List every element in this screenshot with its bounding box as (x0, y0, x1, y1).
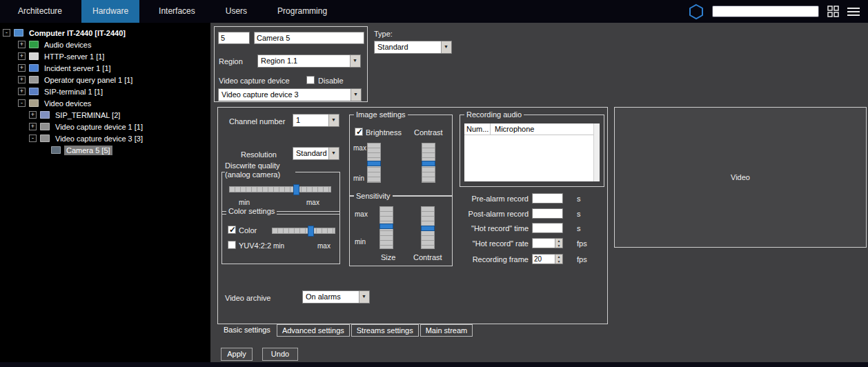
audio-devices-icon (29, 41, 39, 48)
resolution-value: Standard (296, 148, 327, 159)
camera-name-field[interactable] (254, 32, 364, 44)
video-archive-select[interactable]: On alarms (302, 290, 370, 304)
tree-item-sip-terminal-2[interactable]: + SIP_TERMINAL [2] (0, 109, 210, 121)
channel-number-select[interactable]: 1 (293, 114, 339, 127)
expander-icon[interactable]: + (18, 52, 26, 60)
video-archive-label: Video archive (225, 294, 270, 302)
tree-item-video-capture-device-3[interactable]: - Video capture device 3 [3] (0, 132, 210, 144)
spinner-buttons[interactable]: ▲▼ (555, 255, 562, 264)
chevron-down-icon[interactable] (350, 55, 360, 67)
recording-audio-table[interactable]: Num... Microphone (464, 123, 600, 181)
expander-icon[interactable]: + (18, 88, 26, 95)
recording-frame-stepper[interactable]: 20 ▲▼ (532, 254, 563, 264)
sensitivity-min-label: min (355, 238, 366, 246)
undo-button[interactable]: Undo (262, 348, 298, 361)
spin-down-icon[interactable]: ▼ (555, 244, 562, 248)
incident-server-icon (29, 64, 39, 72)
contrast-label: Contrast (414, 128, 443, 137)
brightness-slider[interactable] (367, 143, 381, 183)
color-max-label: max (317, 242, 331, 250)
chevron-down-icon[interactable] (328, 115, 339, 126)
column-header-num: Num... (464, 123, 491, 135)
tab-streams-settings[interactable]: Streams settings (351, 324, 419, 337)
discwrite-quality-slider[interactable] (229, 186, 331, 192)
slider-handle[interactable] (379, 224, 393, 229)
hot-record-rate-stepper[interactable]: ▲▼ (532, 238, 563, 248)
tree-item-camera-5[interactable]: Camera 5 [5] (0, 144, 210, 156)
spinner-buttons[interactable]: ▲▼ (555, 239, 562, 248)
tree-item-video-devices[interactable]: - Video devices (0, 97, 210, 109)
expander-icon[interactable]: - (29, 135, 37, 142)
tree-item-video-capture-device-1[interactable]: + Video capture device 1 [1] (0, 121, 210, 132)
brightness-checkbox[interactable] (355, 128, 363, 136)
color-slider[interactable] (272, 228, 335, 234)
post-alarm-record-input[interactable] (532, 208, 563, 219)
disable-label: Disable (318, 77, 344, 85)
column-header-microphone: Microphone (491, 123, 600, 135)
tab-main-stream[interactable]: Main stream (420, 324, 473, 337)
tree-item-operator-query-panel[interactable]: + Operator query panel 1 [1] (0, 74, 210, 86)
hot-record-time-input[interactable] (532, 223, 563, 233)
tree-item-http-server[interactable]: + HTTP-server 1 [1] (0, 50, 210, 62)
recording-audio-group-label: Recording audio (464, 110, 524, 119)
hot-record-rate-label: "Hot record" rate (432, 239, 529, 248)
tab-advanced-settings[interactable]: Advanced settings (277, 324, 350, 337)
slider-handle[interactable] (308, 226, 314, 237)
spin-down-icon[interactable]: ▼ (555, 259, 562, 264)
slider-handle[interactable] (293, 184, 299, 195)
expander-icon[interactable]: - (18, 99, 26, 107)
image-contrast-slider[interactable] (422, 143, 435, 183)
expander-icon[interactable]: + (18, 41, 26, 48)
color-settings-group-label: Color settings (226, 207, 277, 216)
tree-item-label: Audio devices (42, 40, 94, 50)
nav-tab-users[interactable]: Users (215, 0, 258, 23)
slider-handle[interactable] (367, 161, 381, 166)
disable-checkbox[interactable] (306, 76, 315, 84)
pre-alarm-record-input[interactable] (532, 193, 563, 204)
region-select[interactable]: Region 1.1 (257, 54, 361, 68)
image-max-label: max (353, 144, 366, 152)
slider-handle[interactable] (422, 161, 435, 166)
chevron-down-icon[interactable] (351, 89, 361, 101)
apply-button[interactable]: Apply (221, 348, 253, 361)
expander-icon[interactable]: + (29, 123, 37, 130)
resolution-label: Resolution (241, 150, 277, 159)
operator-panel-icon (29, 76, 39, 83)
chevron-down-icon[interactable] (328, 148, 339, 159)
camera-id-field[interactable] (218, 32, 250, 44)
nav-tab-interfaces[interactable]: Interfaces (148, 0, 206, 23)
post-alarm-record-label: Post-alarm record (432, 210, 529, 218)
settings-tabs: Basic settings Advanced settings Streams… (219, 324, 474, 337)
grid-windows-icon[interactable] (827, 6, 839, 17)
tree-item-audio-devices[interactable]: + Audio devices (0, 39, 210, 50)
recording-frame-unit: fps (577, 255, 587, 264)
expander-icon[interactable]: + (18, 76, 26, 83)
pre-alarm-record-label: Pre-alarm record (432, 195, 529, 203)
chevron-down-icon[interactable] (441, 41, 451, 53)
table-scrollbar[interactable] (593, 123, 600, 181)
nav-tab-hardware[interactable]: Hardware (81, 0, 139, 23)
tree-item-sip-terminal[interactable]: + SIP-terminal 1 [1] (0, 86, 210, 97)
nav-tab-programming[interactable]: Programming (266, 0, 338, 23)
type-select[interactable]: Standard (374, 41, 452, 54)
color-checkbox[interactable] (228, 226, 236, 234)
tab-basic-settings[interactable]: Basic settings (219, 324, 275, 335)
expander-icon[interactable]: - (3, 29, 10, 37)
expander-icon[interactable]: + (18, 64, 26, 72)
hot-record-time-unit: s (577, 224, 581, 232)
tree-item-computer[interactable]: - Computer IT-2440 [IT-2440] (0, 27, 210, 39)
image-settings-group-label: Image settings (354, 110, 408, 119)
expander-icon[interactable]: + (29, 111, 37, 119)
nav-tab-architecture[interactable]: Architecture (7, 0, 73, 23)
hamburger-menu-icon[interactable] (847, 7, 860, 17)
resolution-select[interactable]: Standard (293, 147, 339, 160)
search-input[interactable] (712, 6, 819, 17)
sip-terminal-icon (29, 88, 39, 95)
yuv-checkbox[interactable] (228, 241, 236, 249)
sensitivity-size-slider[interactable] (379, 206, 393, 249)
tree-item-incident-server[interactable]: + Incident server 1 [1] (0, 62, 210, 74)
capture-device-select[interactable]: Video capture device 3 (218, 88, 362, 101)
recording-frame-value: 20 (534, 255, 542, 263)
camera-identity-form: Region Region 1.1 Video capture device D… (214, 26, 368, 102)
chevron-down-icon[interactable] (359, 291, 369, 303)
